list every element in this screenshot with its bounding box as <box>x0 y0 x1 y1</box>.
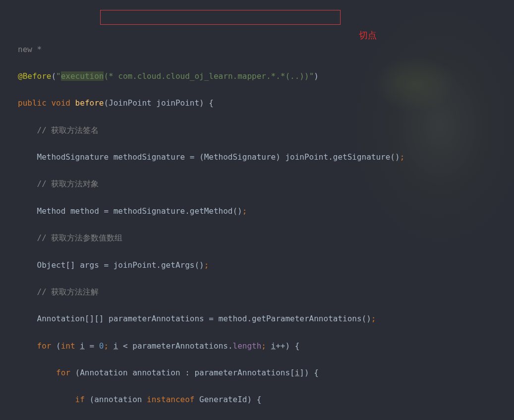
code-line: MethodSignature methodSignature = (Metho… <box>18 150 514 164</box>
code-line: Annotation[][] parameterAnnotations = me… <box>18 312 514 325</box>
code-line: public void before(JoinPoint joinPoint) … <box>18 96 514 110</box>
code-line: Object[] args = joinPoint.getArgs(); <box>18 258 514 272</box>
code-line: // 获取方法签名 <box>18 123 514 137</box>
code-line: for (int i = 0; i < parameterAnnotations… <box>18 339 514 353</box>
code-line: if (annotation instanceof GenerateId) { <box>18 393 514 406</box>
annotation-callout: 切点 <box>359 28 377 43</box>
code-line: // 获取方法对象 <box>18 177 514 190</box>
code-line: Method method = methodSignature.getMetho… <box>18 204 514 218</box>
code-editor[interactable]: 切点 new * @Before("execution(* com.cloud.… <box>0 0 514 420</box>
code-line: @Before("execution(* com.cloud.cloud_oj_… <box>18 69 514 83</box>
code-line: for (Annotation annotation : parameterAn… <box>18 366 514 379</box>
code-line: // 获取方法参数值数组 <box>18 231 514 244</box>
pointcut-highlight-box <box>100 10 341 25</box>
code-line: new * <box>18 43 514 56</box>
code-line: // 获取方法注解 <box>18 285 514 299</box>
